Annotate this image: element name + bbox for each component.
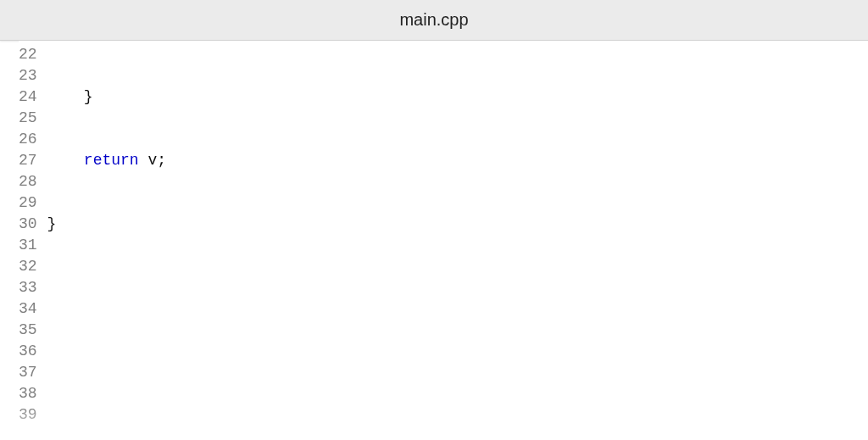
tab-title: main.cpp — [399, 10, 468, 30]
code-area[interactable]: } return v; } int main() { vector<int> v… — [42, 41, 459, 440]
code-line[interactable]: } — [47, 86, 459, 108]
line-number: 23 — [19, 65, 37, 86]
line-number: 35 — [19, 320, 37, 341]
line-number: 29 — [19, 192, 37, 214]
code-line[interactable] — [47, 404, 459, 426]
line-number: 39 — [19, 404, 37, 426]
line-number: 28 — [19, 171, 37, 192]
code-line[interactable] — [47, 341, 459, 362]
code-line[interactable]: } — [47, 214, 459, 235]
tab-bar: main.cpp — [0, 0, 868, 41]
line-number: 30 — [19, 214, 37, 235]
line-number: 34 — [19, 298, 37, 320]
code-line[interactable]: return v; — [47, 150, 459, 171]
line-number: 37 — [19, 362, 37, 383]
code-editor[interactable]: 22 23 24 25 26 27 28 29 30 31 32 33 34 3… — [19, 41, 868, 440]
line-number: 27 — [19, 150, 37, 171]
line-number: 26 — [19, 129, 37, 150]
line-number: 32 — [19, 256, 37, 277]
line-number-gutter: 22 23 24 25 26 27 28 29 30 31 32 33 34 3… — [19, 41, 42, 440]
line-number: 38 — [19, 383, 37, 404]
line-number: 22 — [19, 44, 37, 65]
line-number: 36 — [19, 341, 37, 362]
line-number: 31 — [19, 235, 37, 256]
code-line[interactable] — [47, 277, 459, 298]
line-number: 24 — [19, 86, 37, 108]
line-number: 33 — [19, 277, 37, 298]
line-number: 25 — [19, 108, 37, 129]
